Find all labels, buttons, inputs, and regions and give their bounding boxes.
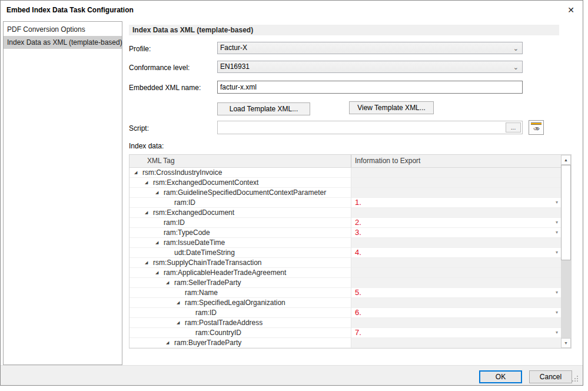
index-data-table: XML Tag Information to Export ◢rsm:Cross… xyxy=(129,154,572,349)
table-row[interactable]: ◢ram:IssueDateTime xyxy=(129,238,561,248)
xml-tag-cell[interactable]: ram:TypeCode xyxy=(129,228,351,238)
column-header-information-to-export[interactable]: Information to Export xyxy=(351,155,561,167)
cell-dropdown-arrow-icon[interactable]: ▾ xyxy=(556,308,558,317)
information-to-export-cell[interactable]: 5.▾ xyxy=(351,288,561,298)
script-editor-button[interactable]: ‹J$› xyxy=(529,120,544,135)
xml-tag-label: ram:Name xyxy=(185,289,218,297)
table-row[interactable]: ram:ID1.▾ xyxy=(129,198,561,208)
information-to-export-cell-disabled xyxy=(351,298,561,308)
table-row[interactable]: ◢ram:BuyerTradeParty xyxy=(129,338,561,348)
table-row[interactable]: ◢rsm:ExchangedDocument xyxy=(129,208,561,218)
conformance-label: Conformance level: xyxy=(129,64,190,72)
table-row[interactable]: ◢rsm:ExchangedDocumentContext xyxy=(129,178,561,188)
xml-tag-cell[interactable]: ◢ram:GuidelineSpecifiedDocumentContextPa… xyxy=(129,188,351,198)
cell-dropdown-arrow-icon[interactable]: ▾ xyxy=(556,328,558,337)
information-to-export-cell[interactable]: 7.▾ xyxy=(351,328,561,338)
resize-grip[interactable] xyxy=(577,380,578,382)
export-number: 3. xyxy=(355,228,361,237)
tree-expander-icon[interactable]: ◢ xyxy=(145,210,148,215)
script-browse-button[interactable]: ... xyxy=(506,122,521,132)
xml-tag-cell[interactable]: ◢ram:PostalTradeAddress xyxy=(129,318,351,328)
cell-dropdown-arrow-icon[interactable]: ▾ xyxy=(556,248,558,257)
profile-value: Factur-X xyxy=(220,44,247,52)
information-to-export-cell-disabled xyxy=(351,318,561,328)
scroll-up-icon[interactable]: ▲ xyxy=(561,155,571,165)
xml-tag-cell[interactable]: ram:Name xyxy=(129,288,351,298)
xml-tag-cell[interactable]: ram:CountryID xyxy=(129,328,351,338)
xml-tag-cell[interactable]: ◢ram:BuyerTradeParty xyxy=(129,338,351,348)
table-row[interactable]: ◢rsm:SupplyChainTradeTransaction xyxy=(129,258,561,268)
view-template-xml-button[interactable]: View Template XML... xyxy=(349,101,434,114)
tree-expander-icon[interactable]: ◢ xyxy=(145,260,148,265)
cell-dropdown-arrow-icon[interactable]: ▾ xyxy=(556,228,558,237)
ok-button[interactable]: OK xyxy=(479,370,522,383)
table-row[interactable]: udt:DateTimeString4.▾ xyxy=(129,248,561,258)
xml-tag-cell[interactable]: ◢ram:ApplicableHeaderTradeAgreement xyxy=(129,268,351,278)
profile-select[interactable]: Factur-X ⌄ xyxy=(217,42,523,54)
xml-tag-cell[interactable]: udt:DateTimeString xyxy=(129,248,351,258)
information-to-export-cell[interactable]: 4.▾ xyxy=(351,248,561,258)
cell-dropdown-arrow-icon[interactable]: ▾ xyxy=(556,288,558,297)
dialog-window: Embed Index Data Task Configuration ✕ PD… xyxy=(0,0,583,386)
xml-tag-cell[interactable]: ◢rsm:ExchangedDocumentContext xyxy=(129,178,351,188)
conformance-select[interactable]: EN16931 ⌄ xyxy=(217,61,523,73)
table-row[interactable]: ◢ram:SpecifiedLegalOrganization xyxy=(129,298,561,308)
information-to-export-cell[interactable]: 6.▾ xyxy=(351,308,561,318)
table-row[interactable]: ram:CountryID7.▾ xyxy=(129,328,561,338)
xml-tag-cell[interactable]: ram:ID xyxy=(129,218,351,228)
xml-tag-label: ram:ID xyxy=(195,309,217,317)
tree-expander-icon[interactable]: ◢ xyxy=(145,180,148,185)
embedded-xml-name-input[interactable] xyxy=(217,81,523,94)
table-row[interactable]: ◢ram:PostalTradeAddress xyxy=(129,318,561,328)
tree-expander-icon[interactable]: ◢ xyxy=(177,320,180,325)
information-to-export-cell[interactable]: 3.▾ xyxy=(351,228,561,238)
export-number: 5. xyxy=(355,288,361,297)
export-number: 1. xyxy=(355,198,361,207)
footer-bar: OK Cancel xyxy=(1,365,583,385)
xml-tag-cell[interactable]: ram:ID xyxy=(129,308,351,318)
tree-expander-icon[interactable]: ◢ xyxy=(177,300,180,305)
table-row[interactable]: ◢ram:GuidelineSpecifiedDocumentContextPa… xyxy=(129,188,561,198)
information-to-export-cell[interactable]: 2.▾ xyxy=(351,218,561,228)
xml-tag-cell[interactable]: ◢ram:IssueDateTime xyxy=(129,238,351,248)
table-row[interactable]: ◢ram:ApplicableHeaderTradeAgreement xyxy=(129,268,561,278)
table-row[interactable]: ram:Name5.▾ xyxy=(129,288,561,298)
xml-tag-label: ram:PostalTradeAddress xyxy=(185,319,263,327)
xml-tag-cell[interactable]: ◢rsm:SupplyChainTradeTransaction xyxy=(129,258,351,268)
cell-dropdown-arrow-icon[interactable]: ▾ xyxy=(556,198,558,207)
tree-expander-icon[interactable]: ◢ xyxy=(155,270,158,275)
table-rows: ◢rsm:CrossIndustryInvoice◢rsm:ExchangedD… xyxy=(129,168,561,348)
close-icon[interactable]: ✕ xyxy=(563,3,579,17)
tree-expander-icon[interactable]: ◢ xyxy=(155,240,158,245)
vertical-scrollbar[interactable]: ▲ ▼ xyxy=(561,155,571,348)
xml-tag-cell[interactable]: ◢rsm:CrossIndustryInvoice xyxy=(129,168,351,178)
column-header-xml-tag[interactable]: XML Tag xyxy=(129,155,351,167)
xml-tag-cell[interactable]: ◢ram:SpecifiedLegalOrganization xyxy=(129,298,351,308)
scrollbar-thumb[interactable] xyxy=(561,165,571,260)
script-input[interactable]: ... xyxy=(217,121,523,134)
table-row[interactable]: ram:TypeCode3.▾ xyxy=(129,228,561,238)
sidebar-item-index-data-as-xml[interactable]: Index Data as XML (template-based) xyxy=(4,36,122,49)
tree-expander-icon[interactable]: ◢ xyxy=(166,340,169,345)
load-template-xml-button[interactable]: Load Template XML... xyxy=(217,102,310,115)
table-row[interactable]: ram:ID6.▾ xyxy=(129,308,561,318)
xml-tag-cell[interactable]: ◢ram:SellerTradeParty xyxy=(129,278,351,288)
table-row[interactable]: ram:ID2.▾ xyxy=(129,218,561,228)
cell-dropdown-arrow-icon[interactable]: ▾ xyxy=(556,218,558,227)
xml-tag-label: udt:DateTimeString xyxy=(174,248,235,257)
sidebar-item-pdf-conversion-options[interactable]: PDF Conversion Options xyxy=(4,23,122,36)
xml-tag-label: rsm:ExchangedDocumentContext xyxy=(153,178,258,187)
cancel-button[interactable]: Cancel xyxy=(529,370,572,383)
table-row[interactable]: ◢rsm:CrossIndustryInvoice xyxy=(129,168,561,178)
xml-tag-label: ram:TypeCode xyxy=(164,228,210,237)
embedded-xml-name-label: Embedded XML name: xyxy=(129,84,201,92)
xml-tag-label: ram:CountryID xyxy=(195,329,241,337)
tree-expander-icon[interactable]: ◢ xyxy=(166,280,169,285)
information-to-export-cell[interactable]: 1.▾ xyxy=(351,198,561,208)
scroll-down-icon[interactable]: ▼ xyxy=(561,338,571,348)
tree-expander-icon[interactable]: ◢ xyxy=(155,190,158,195)
tree-expander-icon[interactable]: ◢ xyxy=(134,170,137,175)
xml-tag-cell[interactable]: ram:ID xyxy=(129,198,351,208)
table-row[interactable]: ◢ram:SellerTradeParty xyxy=(129,278,561,288)
xml-tag-cell[interactable]: ◢rsm:ExchangedDocument xyxy=(129,208,351,218)
